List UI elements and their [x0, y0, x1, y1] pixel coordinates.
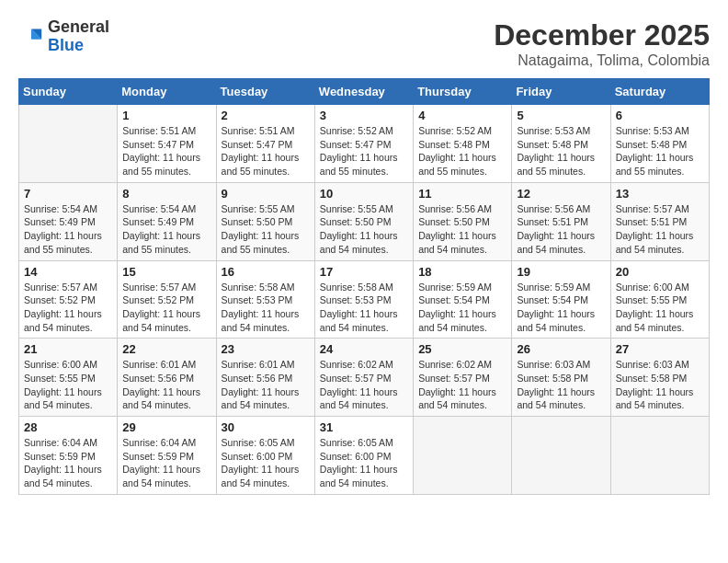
header-row: SundayMondayTuesdayWednesdayThursdayFrid… — [19, 79, 710, 105]
day-cell: 27Sunrise: 6:03 AMSunset: 5:58 PMDayligh… — [610, 339, 709, 417]
day-cell: 21Sunrise: 6:00 AMSunset: 5:55 PMDayligh… — [19, 339, 118, 417]
day-info: Sunrise: 6:01 AMSunset: 5:56 PMDaylight:… — [122, 358, 210, 412]
day-cell: 17Sunrise: 5:58 AMSunset: 5:53 PMDayligh… — [314, 260, 413, 339]
day-cell: 4Sunrise: 5:52 AMSunset: 5:48 PMDaylight… — [414, 105, 512, 183]
day-number: 29 — [122, 420, 210, 434]
logo-icon — [18, 24, 44, 50]
day-cell: 25Sunrise: 6:02 AMSunset: 5:57 PMDayligh… — [414, 339, 512, 417]
day-number: 20 — [616, 265, 704, 279]
day-cell: 24Sunrise: 6:02 AMSunset: 5:57 PMDayligh… — [314, 339, 413, 417]
day-cell: 6Sunrise: 5:53 AMSunset: 5:48 PMDaylight… — [610, 105, 709, 183]
day-number: 26 — [517, 342, 605, 356]
day-info: Sunrise: 5:56 AMSunset: 5:51 PMDaylight:… — [517, 202, 605, 257]
day-number: 15 — [122, 265, 210, 279]
day-info: Sunrise: 5:51 AMSunset: 5:47 PMDaylight:… — [122, 124, 210, 178]
page-title: December 2025 — [494, 18, 710, 52]
week-row-1: 1Sunrise: 5:51 AMSunset: 5:47 PMDaylight… — [19, 105, 710, 183]
day-cell — [610, 417, 709, 495]
day-cell: 9Sunrise: 5:55 AMSunset: 5:50 PMDaylight… — [216, 182, 314, 260]
day-number: 28 — [24, 420, 112, 434]
day-number: 11 — [418, 187, 506, 201]
week-row-5: 28Sunrise: 6:04 AMSunset: 5:59 PMDayligh… — [19, 417, 710, 495]
day-number: 24 — [320, 342, 408, 356]
day-cell: 28Sunrise: 6:04 AMSunset: 5:59 PMDayligh… — [19, 417, 118, 495]
day-cell: 10Sunrise: 5:55 AMSunset: 5:50 PMDayligh… — [314, 182, 413, 260]
day-number: 4 — [418, 109, 506, 122]
day-info: Sunrise: 6:00 AMSunset: 5:55 PMDaylight:… — [24, 358, 112, 412]
day-cell: 29Sunrise: 6:04 AMSunset: 5:59 PMDayligh… — [118, 417, 216, 495]
day-info: Sunrise: 5:55 AMSunset: 5:50 PMDaylight:… — [222, 202, 310, 257]
day-number: 6 — [616, 109, 704, 122]
day-number: 21 — [24, 342, 112, 356]
day-info: Sunrise: 5:52 AMSunset: 5:47 PMDaylight:… — [320, 124, 408, 178]
col-header-friday: Friday — [512, 79, 610, 105]
day-info: Sunrise: 6:05 AMSunset: 6:00 PMDaylight:… — [222, 436, 310, 490]
day-number: 23 — [222, 342, 310, 356]
col-header-sunday: Sunday — [19, 79, 118, 105]
day-cell: 2Sunrise: 5:51 AMSunset: 5:47 PMDaylight… — [216, 105, 314, 183]
day-info: Sunrise: 5:53 AMSunset: 5:48 PMDaylight:… — [517, 124, 605, 178]
page-subtitle: Natagaima, Tolima, Colombia — [494, 52, 710, 69]
day-number: 14 — [24, 265, 112, 279]
day-info: Sunrise: 5:55 AMSunset: 5:50 PMDaylight:… — [320, 202, 408, 257]
day-cell — [19, 105, 118, 183]
day-info: Sunrise: 6:05 AMSunset: 6:00 PMDaylight:… — [320, 436, 408, 490]
day-info: Sunrise: 5:52 AMSunset: 5:48 PMDaylight:… — [418, 124, 506, 178]
day-number: 13 — [616, 187, 704, 201]
day-info: Sunrise: 6:04 AMSunset: 5:59 PMDaylight:… — [122, 436, 210, 490]
title-block: December 2025 Natagaima, Tolima, Colombi… — [494, 18, 710, 69]
day-number: 9 — [222, 187, 310, 201]
day-number: 5 — [517, 109, 605, 122]
day-cell: 23Sunrise: 6:01 AMSunset: 5:56 PMDayligh… — [216, 339, 314, 417]
day-cell: 1Sunrise: 5:51 AMSunset: 5:47 PMDaylight… — [118, 105, 216, 183]
day-info: Sunrise: 5:59 AMSunset: 5:54 PMDaylight:… — [517, 281, 605, 335]
day-info: Sunrise: 5:54 AMSunset: 5:49 PMDaylight:… — [24, 202, 112, 257]
day-number: 17 — [320, 265, 408, 279]
day-cell: 5Sunrise: 5:53 AMSunset: 5:48 PMDaylight… — [512, 105, 610, 183]
day-cell: 15Sunrise: 5:57 AMSunset: 5:52 PMDayligh… — [118, 260, 216, 339]
logo: General Blue — [18, 18, 109, 55]
day-cell — [512, 417, 610, 495]
day-info: Sunrise: 5:54 AMSunset: 5:49 PMDaylight:… — [122, 202, 210, 257]
day-cell: 8Sunrise: 5:54 AMSunset: 5:49 PMDaylight… — [118, 182, 216, 260]
day-cell: 7Sunrise: 5:54 AMSunset: 5:49 PMDaylight… — [19, 182, 118, 260]
day-cell: 12Sunrise: 5:56 AMSunset: 5:51 PMDayligh… — [512, 182, 610, 260]
day-number: 19 — [517, 265, 605, 279]
day-info: Sunrise: 5:57 AMSunset: 5:52 PMDaylight:… — [24, 281, 112, 335]
day-info: Sunrise: 6:03 AMSunset: 5:58 PMDaylight:… — [517, 358, 605, 412]
day-info: Sunrise: 6:04 AMSunset: 5:59 PMDaylight:… — [24, 436, 112, 490]
day-cell: 13Sunrise: 5:57 AMSunset: 5:51 PMDayligh… — [610, 182, 709, 260]
col-header-monday: Monday — [118, 79, 216, 105]
calendar-table: SundayMondayTuesdayWednesdayThursdayFrid… — [18, 78, 710, 495]
day-info: Sunrise: 6:01 AMSunset: 5:56 PMDaylight:… — [222, 358, 310, 412]
day-number: 2 — [222, 109, 310, 122]
week-row-3: 14Sunrise: 5:57 AMSunset: 5:52 PMDayligh… — [19, 260, 710, 339]
day-number: 8 — [122, 187, 210, 201]
day-cell: 14Sunrise: 5:57 AMSunset: 5:52 PMDayligh… — [19, 260, 118, 339]
day-info: Sunrise: 6:00 AMSunset: 5:55 PMDaylight:… — [616, 281, 704, 335]
day-number: 27 — [616, 342, 704, 356]
day-info: Sunrise: 5:57 AMSunset: 5:52 PMDaylight:… — [122, 281, 210, 335]
day-info: Sunrise: 5:57 AMSunset: 5:51 PMDaylight:… — [616, 202, 704, 257]
week-row-4: 21Sunrise: 6:00 AMSunset: 5:55 PMDayligh… — [19, 339, 710, 417]
day-cell: 31Sunrise: 6:05 AMSunset: 6:00 PMDayligh… — [314, 417, 413, 495]
day-cell — [414, 417, 512, 495]
day-number: 10 — [320, 187, 408, 201]
day-cell: 19Sunrise: 5:59 AMSunset: 5:54 PMDayligh… — [512, 260, 610, 339]
day-cell: 3Sunrise: 5:52 AMSunset: 5:47 PMDaylight… — [314, 105, 413, 183]
day-number: 3 — [320, 109, 408, 122]
day-number: 25 — [418, 342, 506, 356]
day-number: 30 — [222, 420, 310, 434]
day-number: 22 — [122, 342, 210, 356]
col-header-thursday: Thursday — [414, 79, 512, 105]
day-cell: 18Sunrise: 5:59 AMSunset: 5:54 PMDayligh… — [414, 260, 512, 339]
logo-text: General Blue — [48, 18, 109, 55]
page-header: General Blue December 2025 Natagaima, To… — [18, 18, 710, 69]
col-header-saturday: Saturday — [610, 79, 709, 105]
day-number: 1 — [122, 109, 210, 122]
day-info: Sunrise: 5:51 AMSunset: 5:47 PMDaylight:… — [222, 124, 310, 178]
day-cell: 30Sunrise: 6:05 AMSunset: 6:00 PMDayligh… — [216, 417, 314, 495]
day-cell: 11Sunrise: 5:56 AMSunset: 5:50 PMDayligh… — [414, 182, 512, 260]
day-number: 16 — [222, 265, 310, 279]
col-header-wednesday: Wednesday — [314, 79, 413, 105]
